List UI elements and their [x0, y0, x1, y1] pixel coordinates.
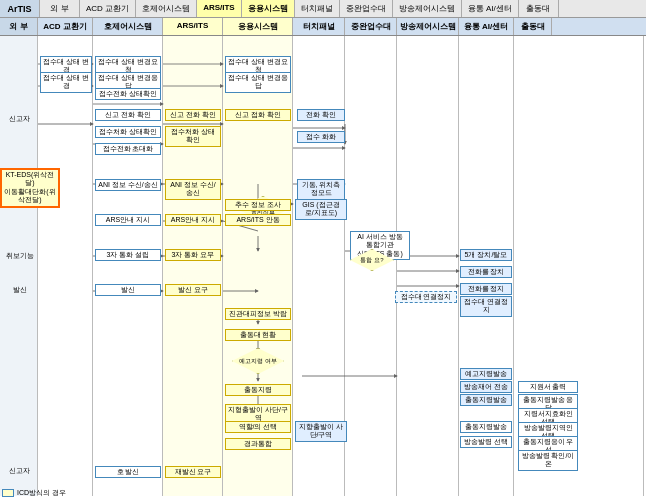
col-header-touch: 터치패널 — [293, 18, 345, 35]
nav-title: ArTIS — [0, 0, 40, 17]
box-ars-3way: 3자 통화 요무 — [165, 249, 221, 261]
box-ho-invite: 접수전화 초대화 — [95, 143, 161, 155]
box-app-dispatch: 출동대 현황 — [225, 329, 291, 341]
label-reporter2: 취보기능 — [2, 251, 37, 261]
box-bc-broadcast: 방송재어 전송 — [460, 381, 512, 393]
box-mobile-support: 지원서 출력 — [518, 381, 578, 393]
box-ars-callcheck: 신고 전화 확인 — [165, 109, 221, 121]
box-ho-ani: ANI 정보 수신/송신 — [95, 179, 161, 191]
box-bc-phone: 전화를 장치 — [460, 266, 512, 278]
box-bc-dispatch: 접수대 연결정지 — [460, 296, 512, 317]
box-gis: GIS (접근경로/지표도) — [295, 199, 347, 220]
box-touch-move: 기동, 위치측정모드 — [297, 179, 345, 200]
box-bc-5device: 5개 장치/탈모 — [460, 249, 512, 261]
box-gis-terrain: 지향출발이 사단/구역 — [295, 421, 347, 442]
col-header-app: 응용시스템 — [223, 18, 293, 35]
box-ho-send: 발신 — [95, 284, 161, 296]
col-header-outer: 외 부 — [0, 18, 38, 35]
box-ho-callcheck: 신고 전화 확인 — [95, 109, 161, 121]
box-app-ars-resp: ARS/ITS 안동 — [225, 214, 291, 226]
col-header-dispatch: 중완업수대 — [345, 18, 397, 35]
box-app-role: 역할/의 선택 — [225, 421, 291, 433]
nav-item-1[interactable]: ACD 교환기 — [80, 0, 136, 17]
col-header-ai: 융통 AI/센터 — [459, 18, 514, 35]
box-ho-arsguide: ARS안내 지시 — [95, 214, 161, 226]
box-ho-call: 호 발신 — [95, 466, 161, 478]
box-bc-dispatch3: 출동지령발송 — [460, 421, 512, 433]
nav-item-9[interactable]: 출동대 — [519, 0, 559, 17]
diamond-prealert: 예고지령 여부 — [232, 348, 284, 374]
box-mobile-broadcastack: 방송발령 확인/이온 — [518, 450, 578, 471]
box-app-info: 추수 정보 조사 — [225, 199, 291, 211]
box-bc-broadcast2: 방송발령 선택 — [460, 436, 512, 448]
box-bc-prealert: 예고지령발송 — [460, 368, 512, 380]
col-header-ars: ARS/ITS — [163, 18, 223, 35]
nav-item-5[interactable]: 터치패널 — [295, 0, 340, 17]
label-reporter: 신고자 — [2, 114, 37, 124]
box-ars-send: 발신 요구 — [165, 284, 221, 296]
nav-item-6[interactable]: 중완업수대 — [340, 0, 393, 17]
diagram-area: 접수대 상태 변경 접수대 상태 변경요청 접수대 상태 변경요청 접수대 상태… — [0, 36, 646, 496]
box-ars-ani: ANI 정보 수신/송신 — [165, 179, 221, 200]
box-app-result: 경과통합 — [225, 438, 291, 450]
box-kt-eds: KT-EDS(위삭전달) 이동활대단화(위삭전달) — [0, 168, 60, 208]
box-bc-dispatch2: 출동지령발송 — [460, 394, 512, 406]
nav-item-8[interactable]: 융통 AI/센터 — [462, 0, 519, 17]
box-acd-status2: 접수대 상태 변경 — [40, 72, 92, 93]
box-app-evacinfo: 진관대피정보 박람 — [225, 308, 291, 320]
box-ho-3way: 3자 통화 설립 — [95, 249, 161, 261]
box-app-dispatch-order: 출동지령 — [225, 384, 291, 396]
box-ars-arsguide: ARS안내 지시 — [165, 214, 221, 226]
box-ars-call: 재발신 요구 — [165, 466, 221, 478]
diagram-wrapper: 외 부 ACD 교환기 호제어시스템 ARS/ITS 응용시스템 터치패널 중완… — [0, 18, 646, 498]
label-send: 발신 — [2, 285, 37, 295]
col-header-mobile: 출동대 — [514, 18, 552, 35]
box-app-callcheck: 신고 접화 확인 — [225, 109, 291, 121]
box-ars-dispatchcheck: 접수처화 상태확인 — [165, 126, 221, 147]
nav-item-2[interactable]: 호제어시스템 — [136, 0, 197, 17]
box-bc-stop: 전화를 정지 — [460, 283, 512, 295]
box-ho-phonestatus: 접수전화 상태확인 — [95, 88, 161, 100]
top-nav: ArTIS 외 부 ACD 교환기 호제어시스템 ARS/ITS 응용시스템 터… — [0, 0, 646, 18]
nav-item-4[interactable]: 응용시스템 — [242, 0, 295, 17]
nav-item-0[interactable]: 외 부 — [40, 0, 80, 17]
box-touch-check1: 전화 확인 — [297, 109, 345, 121]
nav-item-7[interactable]: 방송제어시스템 — [393, 0, 462, 17]
col-header-broadcast: 방송제어시스템 — [397, 18, 459, 35]
legend: ICD방식의 경우 — [2, 488, 66, 498]
col-header-acd: ACD 교환기 — [38, 18, 93, 35]
box-ho-dispatchcheck: 접수처화 상태확인 — [95, 126, 161, 138]
diamond-integrate: 통합 요? — [350, 249, 394, 271]
label-reporter3: 신고자 — [2, 466, 37, 476]
box-dispatch-conn: 접수대 연결정지 — [395, 291, 457, 303]
col-header-hosystem: 호제어시스템 — [93, 18, 163, 35]
box-app-status2: 접수대 상태 변경응답 — [225, 72, 291, 93]
nav-item-3[interactable]: ARS/ITS — [197, 0, 242, 17]
box-touch-check2: 접수 화화 — [297, 131, 345, 143]
